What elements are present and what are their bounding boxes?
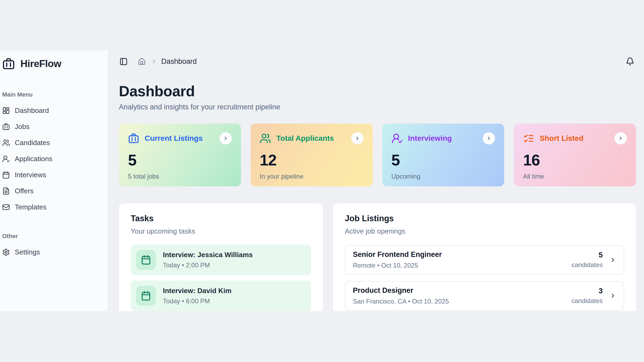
sidebar-item-label: Interviews [15, 171, 46, 179]
layout-grid-icon [2, 107, 10, 114]
stat-label: Total Applicants [276, 134, 334, 143]
page-title: Dashboard [119, 83, 636, 100]
job-title: Senior Frontend Engineer [353, 250, 442, 259]
calendar-icon [2, 171, 10, 179]
chevron-right-button[interactable] [351, 132, 364, 145]
home-icon[interactable] [138, 58, 146, 65]
stat-card-short-listed[interactable]: Short Listed 16 All time [514, 124, 636, 186]
task-list: Interview: Jessica Williams Today • 2:00… [131, 245, 311, 311]
sidebar-item-label: Templates [15, 203, 47, 211]
file-text-icon [2, 187, 10, 195]
job-listings-subtitle: Active job openings [345, 227, 624, 235]
sidebar-item-templates[interactable]: Templates [2, 199, 104, 215]
task-item[interactable]: Interview: David Kim Today • 6:00 PM [131, 280, 311, 311]
sidebar-item-applications[interactable]: Applications [2, 151, 104, 167]
briefcase-icon [2, 123, 10, 131]
job-meta: San Francisco, CA • Oct 10, 2025 [353, 298, 449, 305]
stat-sublabel: 5 total jobs [128, 173, 232, 180]
task-title: Interview: David Kim [163, 287, 232, 295]
job-meta: Remote • Oct 10, 2025 [353, 262, 442, 269]
mail-icon [2, 203, 10, 211]
bottom-row: Tasks Your upcoming tasks Interview: Jes… [119, 204, 636, 311]
job-list: Senior Frontend Engineer Remote • Oct 10… [345, 245, 624, 311]
sidebar-item-label: Dashboard [15, 106, 49, 115]
logo-text: HireFlow [20, 58, 61, 69]
tasks-subtitle: Your upcoming tasks [131, 227, 311, 235]
sidebar-section-main-menu: Main Menu [2, 91, 104, 98]
stat-card-total-applicants[interactable]: Total Applicants 12 In your pipeline [251, 124, 373, 186]
job-candidate-label: candidates [572, 297, 603, 305]
breadcrumb: Dashboard [161, 57, 197, 66]
stat-value: 5 [391, 151, 495, 169]
sidebar-item-dashboard[interactable]: Dashboard [2, 102, 104, 119]
calendar-icon [136, 286, 156, 306]
sidebar-item-label: Offers [15, 187, 34, 195]
task-time: Today • 6:00 PM [163, 297, 232, 305]
stat-label: Short Listed [540, 134, 583, 143]
job-listings-title: Job Listings [345, 214, 624, 223]
user-check-icon [391, 133, 403, 144]
sidebar-section-other: Other [2, 233, 104, 240]
list-checks-icon [523, 133, 534, 144]
users-icon [260, 133, 271, 144]
calendar-icon [136, 250, 156, 270]
sidebar-item-candidates[interactable]: Candidates [2, 135, 104, 151]
sidebar-item-label: Candidates [15, 139, 50, 147]
sidebar-item-label: Jobs [15, 123, 30, 131]
sidebar-item-label: Settings [15, 248, 40, 256]
task-time: Today • 2:00 PM [163, 261, 253, 269]
chevron-right-button[interactable] [483, 132, 495, 145]
task-title: Interview: Jessica Williams [163, 251, 253, 259]
page-subtitle: Analytics and insights for your recruitm… [119, 103, 636, 111]
sidebar: HireFlow Main Menu Dashboard Jobs Candid… [0, 50, 108, 311]
user-check-icon [2, 155, 10, 163]
sidebar-item-jobs[interactable]: Jobs [2, 119, 104, 135]
stat-sublabel: All time [523, 173, 627, 180]
job-title: Product Designer [353, 286, 449, 295]
sidebar-item-interviews[interactable]: Interviews [2, 167, 104, 183]
task-item[interactable]: Interview: Jessica Williams Today • 2:00… [131, 245, 311, 275]
stat-label: Interviewing [408, 134, 452, 143]
stat-value: 16 [523, 151, 627, 169]
topbar: Dashboard [108, 50, 644, 73]
sidebar-item-settings[interactable]: Settings [2, 244, 104, 260]
chevron-right-icon[interactable] [610, 293, 616, 299]
briefcase-icon [128, 133, 139, 144]
app-window: HireFlow Main Menu Dashboard Jobs Candid… [0, 50, 644, 311]
chevron-right-button[interactable] [614, 132, 627, 145]
job-candidate-count: 5 [572, 251, 603, 259]
sidebar-item-offers[interactable]: Offers [2, 183, 104, 199]
stat-label: Current Listings [145, 134, 203, 143]
breadcrumb-chevron-icon [151, 58, 157, 64]
stat-sublabel: In your pipeline [260, 173, 364, 180]
stat-value: 5 [128, 151, 232, 169]
job-listings-panel: Job Listings Active job openings Senior … [333, 204, 636, 311]
job-listing-item[interactable]: Product Designer San Francisco, CA • Oct… [345, 281, 624, 311]
tasks-panel: Tasks Your upcoming tasks Interview: Jes… [119, 204, 323, 311]
bell-icon[interactable] [626, 57, 634, 66]
chevron-right-button[interactable] [219, 132, 232, 145]
users-icon [2, 139, 10, 147]
sidebar-item-label: Applications [15, 155, 52, 163]
briefcase-logo-icon [2, 57, 15, 70]
gear-icon [2, 248, 10, 256]
stat-sublabel: Upcoming [391, 173, 495, 180]
chevron-right-icon[interactable] [610, 257, 616, 263]
tasks-title: Tasks [131, 214, 311, 223]
stats-row: Current Listings 5 5 total jobs Total Ap… [119, 124, 636, 186]
logo: HireFlow [2, 57, 104, 70]
main-content: Dashboard Analytics and insights for you… [108, 73, 644, 311]
job-candidate-count: 3 [572, 287, 603, 295]
sidebar-toggle-icon[interactable] [119, 57, 128, 66]
job-candidate-label: candidates [572, 261, 603, 269]
stat-value: 12 [260, 151, 364, 169]
stat-card-interviewing[interactable]: Interviewing 5 Upcoming [382, 124, 504, 186]
stat-card-current-listings[interactable]: Current Listings 5 5 total jobs [119, 124, 241, 186]
job-listing-item[interactable]: Senior Frontend Engineer Remote • Oct 10… [345, 245, 624, 275]
